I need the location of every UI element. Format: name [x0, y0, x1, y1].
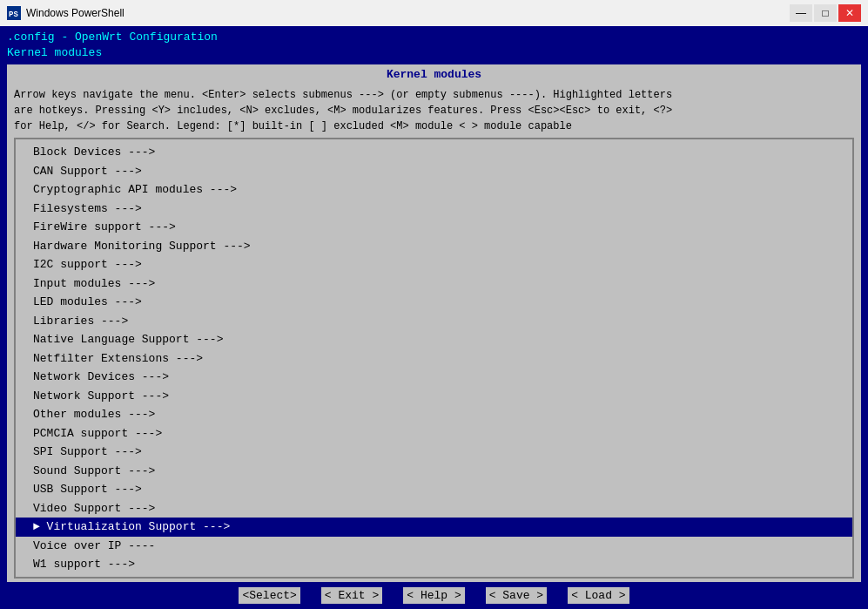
nav-button-key-1: < Exit >: [321, 587, 382, 604]
close-button[interactable]: ✕: [838, 4, 861, 22]
menu-item[interactable]: ► Virtualization Support --->: [16, 518, 852, 537]
menu-item[interactable]: Filesystems --->: [16, 200, 852, 219]
menu-item[interactable]: Network Support --->: [16, 387, 852, 406]
menu-item[interactable]: Hardware Monitoring Support --->: [16, 237, 852, 256]
button-bar: <Select> < Exit > < Help > < Save > < Lo…: [0, 582, 868, 609]
menu-container[interactable]: Block Devices ---> CAN Support ---> Cryp…: [14, 138, 854, 579]
menu-item[interactable]: PCMCIA support --->: [16, 424, 852, 443]
main-panel: Kernel modules Arrow keys navigate the m…: [7, 64, 861, 582]
menu-item[interactable]: Block Devices --->: [16, 143, 852, 162]
window-controls: — □ ✕: [790, 4, 861, 22]
minimize-button[interactable]: —: [790, 4, 812, 22]
nav-button-2[interactable]: < Help >: [403, 589, 464, 602]
nav-button-key-3: < Save >: [486, 587, 547, 604]
window-title: Windows PowerShell: [26, 7, 124, 19]
menu-item[interactable]: Wireless Drivers --->: [16, 574, 852, 579]
nav-button-key-0: <Select>: [239, 587, 299, 604]
maximize-button[interactable]: □: [814, 4, 837, 22]
panel-title-bar: Kernel modules: [7, 64, 861, 84]
menu-item[interactable]: I2C support --->: [16, 255, 852, 274]
nav-button-key-4: < Load >: [568, 587, 629, 604]
config-line2: Kernel modules: [7, 45, 861, 61]
help-text-content: Arrow keys navigate the menu. <Enter> se…: [14, 89, 672, 132]
svg-text:PS: PS: [9, 10, 18, 19]
nav-button-3[interactable]: < Save >: [486, 589, 547, 602]
nav-button-0[interactable]: <Select>: [239, 589, 299, 602]
menu-item[interactable]: Cryptographic API modules --->: [16, 180, 852, 200]
title-bar-left: PS Windows PowerShell: [7, 6, 124, 20]
menu-item[interactable]: Native Language Support --->: [16, 330, 852, 349]
menu-item[interactable]: LED modules --->: [16, 293, 852, 312]
menu-item[interactable]: Sound Support --->: [16, 462, 852, 481]
menu-item[interactable]: Video Support --->: [16, 499, 852, 518]
powershell-icon: PS: [7, 6, 21, 20]
menu-item[interactable]: Voice over IP ----: [16, 537, 852, 556]
menu-item[interactable]: Other modules --->: [16, 405, 852, 424]
nav-button-1[interactable]: < Exit >: [321, 589, 382, 602]
nav-button-key-2: < Help >: [403, 587, 464, 604]
config-line1: .config - OpenWrt Configuration: [7, 30, 861, 45]
menu-items-list: Block Devices ---> CAN Support ---> Cryp…: [16, 139, 852, 579]
menu-item[interactable]: CAN Support --->: [16, 162, 852, 181]
menu-item[interactable]: FireWire support --->: [16, 218, 852, 237]
nav-button-4[interactable]: < Load >: [568, 589, 629, 602]
help-text: Arrow keys navigate the menu. <Enter> se…: [7, 84, 861, 138]
menu-item[interactable]: USB Support --->: [16, 480, 852, 499]
panel-title: Kernel modules: [387, 68, 481, 81]
menu-item[interactable]: W1 support --->: [16, 555, 852, 574]
menu-item[interactable]: Netfilter Extensions --->: [16, 349, 852, 369]
menu-item[interactable]: Libraries --->: [16, 312, 852, 331]
top-bar: .config - OpenWrt Configuration Kernel m…: [0, 26, 868, 64]
menu-item[interactable]: SPI Support --->: [16, 443, 852, 462]
title-bar: PS Windows PowerShell — □ ✕: [0, 0, 868, 26]
menu-item[interactable]: Input modules --->: [16, 274, 852, 294]
terminal: .config - OpenWrt Configuration Kernel m…: [0, 26, 868, 609]
menu-item[interactable]: Network Devices --->: [16, 368, 852, 387]
